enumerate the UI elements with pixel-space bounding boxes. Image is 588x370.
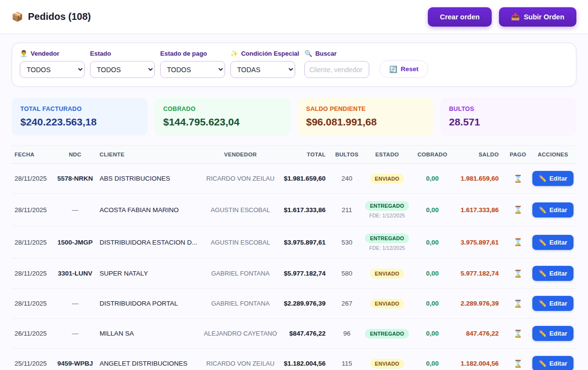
summary-card: SALDO PENDIENTE $96.081.991,68 [298,98,434,136]
col-total: TOTAL [280,146,332,164]
order-date: 28/11/2025 [12,259,54,289]
pencil-icon: ✏️ [539,175,546,182]
hourglass-pending-payment-icon: ⌛ [513,359,523,368]
card-label-saldo-pendiente: SALDO PENDIENTE [306,106,425,112]
pencil-icon: ✏️ [539,330,546,337]
order-client: DISTRIBUIDORA ESTACION D... [97,226,201,259]
edit-label: Editar [549,330,567,337]
vendedor-select[interactable]: TODOS [20,61,85,78]
pencil-icon: ✏️ [539,270,546,277]
order-balance: 1.981.659,60 [453,164,507,194]
order-total: $2.289.976,39 [280,289,332,319]
order-balance: 2.289.976,39 [453,289,507,319]
status-badge: ENVIADO [370,174,405,184]
edit-label: Editar [549,300,567,307]
order-total: $1.182.004,56 [280,349,332,370]
order-ndc: 3301-LUNV [54,259,97,289]
table-row: 28/11/2025 5578-NRKN ABS DISTRIBUCIONES … [12,164,576,194]
order-payment-cell: ⌛ [507,164,529,194]
order-date: 28/11/2025 [12,194,54,226]
order-status-cell: ENTREGADO FDE: 1/12/2025 [362,226,412,259]
status-fde: FDE: 1/12/2025 [365,245,409,251]
order-client: DISTRIBUIDORA PORTAL [97,289,201,319]
order-collected: 0,00 [412,349,452,370]
summary-card: COBRADO $144.795.623,04 [154,98,290,136]
order-total: $1.981.659,60 [280,164,332,194]
order-date: 26/11/2025 [12,319,54,349]
hourglass-pending-payment-icon: ⌛ [513,329,523,338]
condicion-select[interactable]: TODAS [230,61,295,78]
status-badge: ENVIADO [370,299,405,308]
pencil-icon: ✏️ [539,360,546,367]
estado-pago-select[interactable]: TODOS [160,61,225,78]
order-actions-cell: ✏️ Editar [529,289,576,319]
pencil-icon: ✏️ [539,300,546,307]
edit-button[interactable]: ✏️ Editar [532,235,573,250]
create-order-button[interactable]: Crear orden [428,7,492,27]
order-salesperson: AGUSTIN ESCOBAL [201,194,280,226]
filter-buscar: 🔍 Buscar [304,50,369,78]
order-balance: 3.975.897,61 [453,226,507,259]
reset-label: Reset [401,65,419,73]
order-ndc: 9459-WPBJ [54,349,97,370]
order-client: ANGELET DISTRIBUCIONES [97,349,201,370]
upload-order-button[interactable]: 📤 Subir Orden [499,7,576,27]
status-badge: ENTREGADO [365,233,409,243]
edit-button[interactable]: ✏️ Editar [532,171,573,186]
orders-table-body: 28/11/2025 5578-NRKN ABS DISTRIBUCIONES … [12,164,576,370]
order-ndc: — [54,194,97,226]
col-estado: ESTADO [362,146,412,164]
reset-filters-button[interactable]: 🔄 Reset [379,60,428,78]
estado-select[interactable]: TODOS [90,61,155,78]
search-input[interactable] [304,61,369,78]
card-value-bultos: 28.571 [449,116,568,128]
order-collected: 0,00 [412,226,452,259]
edit-button[interactable]: ✏️ Editar [532,326,573,341]
order-salesperson: GABRIEL FONTANA [201,289,280,319]
card-label-cobrado: COBRADO [163,106,282,112]
order-collected: 0,00 [412,164,452,194]
order-collected: 0,00 [412,319,452,349]
edit-button[interactable]: ✏️ Editar [532,266,573,281]
edit-button[interactable]: ✏️ Editar [532,202,573,217]
table-row: 28/11/2025 — ACOSTA FABIAN MARINO AGUSTI… [12,194,576,226]
order-actions-cell: ✏️ Editar [529,259,576,289]
card-label-bultos: BULTOS [449,106,568,112]
order-packages: 240 [332,164,362,194]
order-payment-cell: ⌛ [507,259,529,289]
order-client: ABS DISTRIBUCIONES [97,164,201,194]
card-value-saldo-pendiente: $96.081.991,68 [306,116,425,128]
order-status-cell: ENTREGADO FDE: 1/12/2025 [362,194,412,226]
order-balance: 1.617.333,86 [453,194,507,226]
reset-icon: 🔄 [389,65,397,73]
status-badge: ENTREGADO [365,201,409,211]
col-bultos: BULTOS [332,146,362,164]
order-status-cell: ENVIADO [362,259,412,289]
order-date: 28/11/2025 [12,164,54,194]
order-packages: 211 [332,194,362,226]
order-payment-cell: ⌛ [507,194,529,226]
order-collected: 0,00 [412,194,452,226]
order-client: SUPER NATALY [97,259,201,289]
card-label-total-facturado: TOTAL FACTURADO [20,106,139,112]
order-packages: 580 [332,259,362,289]
edit-button[interactable]: ✏️ Editar [532,356,573,370]
page-title-text: Pedidos (108) [28,11,91,22]
hourglass-pending-payment-icon: ⌛ [513,299,523,308]
status-badge: ENVIADO [370,269,405,278]
order-balance: 847.476,22 [453,319,507,349]
pencil-icon: ✏️ [539,206,546,214]
order-collected: 0,00 [412,289,452,319]
filter-estado-pago: Estado de pago TODOS [160,50,225,78]
status-badge: ENVIADO [370,359,405,369]
order-client: MILLAN SA [97,319,201,349]
order-balance: 1.182.004,56 [453,349,507,370]
order-status-cell: ENVIADO [362,349,412,370]
edit-button[interactable]: ✏️ Editar [532,296,573,311]
table-row: 25/11/2025 9459-WPBJ ANGELET DISTRIBUCIO… [12,349,576,370]
table-row: 28/11/2025 3301-LUNV SUPER NATALY GABRIE… [12,259,576,289]
header-actions: Crear orden 📤 Subir Orden [428,7,576,27]
order-total: $5.977.182,74 [280,259,332,289]
package-icon: 📦 [12,11,23,22]
order-salesperson: RICARDO VON ZEILAU [201,349,280,370]
